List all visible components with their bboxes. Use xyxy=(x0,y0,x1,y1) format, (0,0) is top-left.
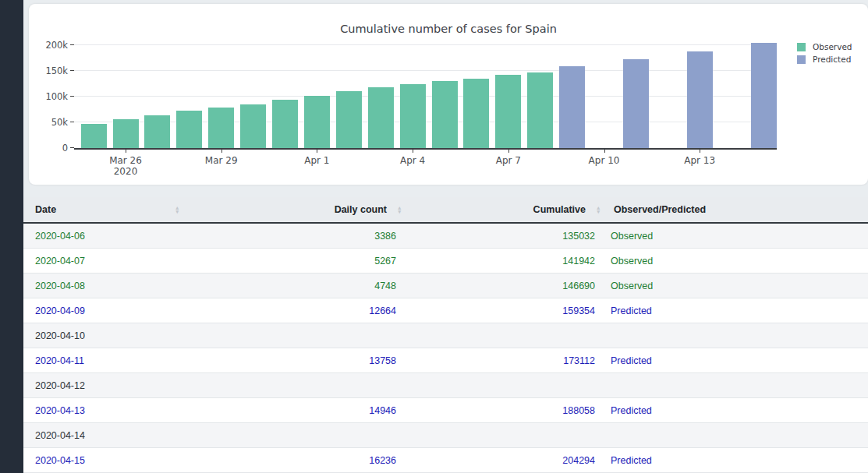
column-header-observed-predicted: Observed/Predicted xyxy=(604,197,868,223)
y-axis-label: 200k xyxy=(35,41,68,50)
chart-title: Cumulative number of cases for Spain xyxy=(29,23,868,35)
bar-observed[interactable] xyxy=(304,96,330,148)
column-header-observed-predicted-label: Observed/Predicted xyxy=(614,204,706,215)
legend-item-observed[interactable]: Observed xyxy=(797,42,852,51)
table-row: 2020-04-12 xyxy=(23,373,868,398)
cell-cumulative: 173112 xyxy=(406,348,604,373)
cell-status: Predicted xyxy=(604,298,868,323)
bar-predicted[interactable] xyxy=(687,51,713,148)
chart-legend: ObservedPredicted xyxy=(797,42,852,67)
column-header-date-label: Date xyxy=(35,204,56,215)
cell-date: 2020-04-15 xyxy=(23,448,183,473)
bar-observed[interactable] xyxy=(336,91,362,148)
table-row: 2020-04-0912664159354Predicted xyxy=(23,298,868,323)
cell-date: 2020-04-12 xyxy=(23,373,183,398)
cell-date: 2020-04-14 xyxy=(23,423,183,448)
cell-cumulative: 188058 xyxy=(406,398,604,423)
cell-status: Predicted xyxy=(604,448,868,473)
bar-observed[interactable] xyxy=(272,100,298,148)
cell-status: Predicted xyxy=(604,398,868,423)
column-header-date[interactable]: Date ▴▾ xyxy=(23,197,183,223)
cell-daily-count xyxy=(183,373,406,398)
chart-panel: Cumulative number of cases for Spain 050… xyxy=(29,4,868,185)
bar-observed[interactable] xyxy=(240,104,266,148)
cell-date: 2020-04-13 xyxy=(23,398,183,423)
y-tick xyxy=(70,122,74,122)
y-axis-label: 0 xyxy=(35,143,68,153)
cell-cumulative: 159354 xyxy=(406,298,604,323)
table-row: 2020-04-075267141942Observed xyxy=(23,249,868,274)
y-tick xyxy=(70,44,74,45)
table-row: 2020-04-084748146690Observed xyxy=(23,274,868,298)
cell-daily-count: 16236 xyxy=(183,448,406,473)
gridline xyxy=(74,44,777,45)
bar-predicted[interactable] xyxy=(751,43,777,148)
bar-observed[interactable] xyxy=(113,119,139,148)
x-tick xyxy=(317,150,317,153)
x-axis-label: Apr 10 xyxy=(589,155,620,166)
cell-date: 2020-04-06 xyxy=(23,223,183,249)
legend-label: Observed xyxy=(813,42,852,51)
bar-observed[interactable] xyxy=(527,72,553,148)
y-axis-label: 50k xyxy=(35,118,68,127)
x-axis-label: Apr 13 xyxy=(684,155,715,166)
x-tick xyxy=(604,150,605,153)
column-header-cumulative-label: Cumulative xyxy=(533,204,586,215)
cell-status xyxy=(604,323,868,348)
x-axis-label: Apr 7 xyxy=(496,155,521,166)
cell-daily-count xyxy=(183,323,406,348)
x-tick xyxy=(508,150,509,153)
legend-swatch-icon xyxy=(797,55,806,64)
x-axis-label: Apr 4 xyxy=(400,155,425,166)
bar-observed[interactable] xyxy=(400,84,426,148)
gridline xyxy=(74,70,777,71)
bar-observed[interactable] xyxy=(208,108,234,148)
cases-table: Date ▴▾ Daily count ▴▾ Cumulative ▴▾ Obs… xyxy=(23,197,868,473)
column-header-cumulative[interactable]: Cumulative ▴▾ xyxy=(406,197,604,223)
legend-item-predicted[interactable]: Predicted xyxy=(797,55,852,64)
table-row: 2020-04-1314946188058Predicted xyxy=(23,398,868,423)
cell-cumulative: 141942 xyxy=(406,249,604,274)
table-row: 2020-04-063386135032Observed xyxy=(23,223,868,249)
table-header-row: Date ▴▾ Daily count ▴▾ Cumulative ▴▾ Obs… xyxy=(23,197,868,223)
x-tick xyxy=(126,150,126,153)
cell-cumulative: 204294 xyxy=(406,448,604,473)
bar-predicted[interactable] xyxy=(559,66,585,148)
cell-daily-count: 12664 xyxy=(183,298,406,323)
y-tick xyxy=(70,147,74,148)
cell-date: 2020-04-07 xyxy=(23,249,183,274)
cell-cumulative: 146690 xyxy=(406,274,604,298)
bar-observed[interactable] xyxy=(368,87,394,148)
cell-daily-count: 4748 xyxy=(183,274,406,298)
bar-observed[interactable] xyxy=(463,79,489,148)
y-tick xyxy=(70,96,74,97)
cell-status xyxy=(604,373,868,398)
cell-date: 2020-04-08 xyxy=(23,274,183,298)
column-header-daily-count-label: Daily count xyxy=(335,204,387,215)
bar-predicted[interactable] xyxy=(623,59,649,148)
x-tick xyxy=(413,150,413,153)
cell-status: Observed xyxy=(604,223,868,249)
table-header: Date ▴▾ Daily count ▴▾ Cumulative ▴▾ Obs… xyxy=(23,197,868,223)
cell-cumulative xyxy=(406,323,604,348)
table-row: 2020-04-14 xyxy=(23,423,868,448)
cell-daily-count: 14946 xyxy=(183,398,406,423)
table-row: 2020-04-1516236204294Predicted xyxy=(23,448,868,473)
bar-observed[interactable] xyxy=(144,115,170,148)
table-body: 2020-04-063386135032Observed2020-04-0752… xyxy=(23,223,868,473)
y-axis-label: 150k xyxy=(35,66,68,76)
bar-observed[interactable] xyxy=(176,111,202,148)
legend-label: Predicted xyxy=(813,55,851,64)
x-tick xyxy=(700,150,700,153)
column-header-daily-count[interactable]: Daily count ▴▾ xyxy=(183,197,406,223)
cell-status: Predicted xyxy=(604,348,868,373)
bar-observed[interactable] xyxy=(495,75,521,148)
table-row: 2020-04-10 xyxy=(23,323,868,348)
legend-swatch-icon xyxy=(797,43,806,51)
cell-daily-count: 5267 xyxy=(183,249,406,274)
x-axis-label: Apr 1 xyxy=(304,155,329,166)
sort-icon: ▴▾ xyxy=(597,206,600,214)
chart-plot-area: 050k100k150k200kMar 262020Mar 29Apr 1Apr… xyxy=(74,40,777,150)
bar-observed[interactable] xyxy=(81,124,107,148)
bar-observed[interactable] xyxy=(432,81,458,148)
